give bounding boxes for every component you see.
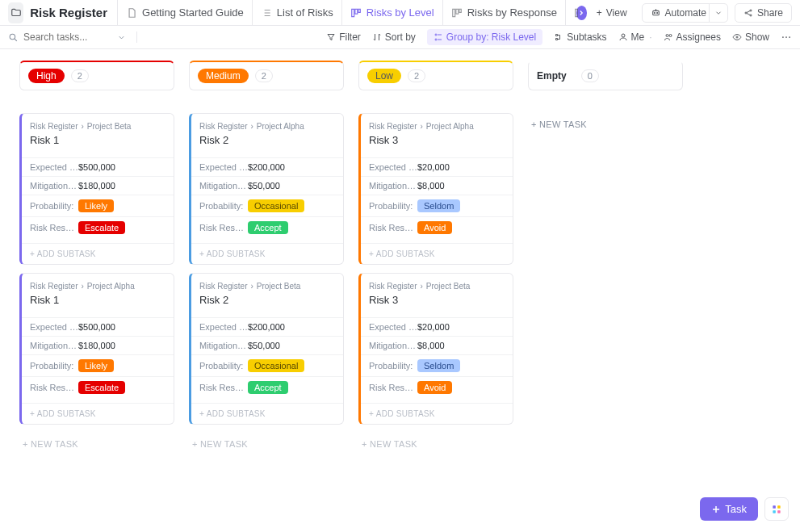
search-wrap[interactable] [8,31,137,43]
filter-button[interactable]: Filter [326,31,361,43]
folder-icon-button[interactable] [8,2,23,23]
task-card[interactable]: Risk Register›Project Alpha Risk 2 Expec… [189,113,344,265]
field-label-mitigation: Mitigation … [30,181,78,191]
add-view-button[interactable]: +View [588,4,635,22]
sort-button[interactable]: Sort by [372,31,416,43]
tab-risks-by-level[interactable]: Risks by Level [341,0,442,26]
breadcrumb: Risk Register›Project Alpha [30,282,165,291]
new-task-button[interactable]: + NEW TASK [19,433,174,455]
add-subtask-button[interactable]: + ADD SUBTASK [191,403,343,424]
new-task-fab[interactable]: Task [700,497,758,521]
add-subtask-button[interactable]: + ADD SUBTASK [361,403,513,424]
field-value-mitigation: $8,000 [417,341,445,350]
me-button[interactable]: Me· [618,31,652,43]
btn-label: Automate [665,7,706,19]
field-label-probability: Probability: [30,361,78,371]
subtasks-button[interactable]: Subtasks [554,31,606,43]
new-task-button[interactable]: + NEW TASK [358,433,513,455]
page-title: Risk Register [30,6,107,19]
task-card[interactable]: Risk Register›Project Beta Risk 1 Expect… [19,113,174,265]
column-high: High 2 Risk Register›Project Beta Risk 1… [19,61,174,455]
field-label-mitigation: Mitigation … [199,181,248,191]
svg-point-22 [782,36,784,38]
new-task-button[interactable]: + NEW TASK [528,113,683,136]
field-value-cost: $500,000 [78,162,115,172]
svg-point-10 [654,13,655,14]
response-tag: Accept [248,221,288,234]
probability-tag: Seldom [417,199,460,212]
field-label-mitigation: Mitigation … [30,341,78,350]
field-label-probability: Probability: [199,201,248,211]
field-label-probability: Probability: [30,201,78,211]
svg-point-14 [750,15,752,16]
field-value-mitigation: $8,000 [417,181,445,191]
tab-label: Risks by Response [467,6,557,19]
chevron-right-icon [577,9,585,17]
tab-list-of-risks[interactable]: List of Risks [252,0,341,26]
group-by-chip[interactable]: Group by: Risk Level [427,29,542,45]
svg-point-12 [745,12,747,14]
field-label-mitigation: Mitigation … [199,341,248,350]
add-subtask-button[interactable]: + ADD SUBTASK [191,243,343,264]
fab-container: Task [700,497,789,521]
field-label-response: Risk Respo… [369,383,417,392]
automate-button[interactable]: Automate [642,3,715,23]
show-button[interactable]: Show [732,31,769,43]
column-pill: Empty [537,69,575,83]
search-input[interactable] [23,31,112,43]
assignees-button[interactable]: Assignees [664,31,721,43]
more-button[interactable] [781,31,792,43]
field-label-cost: Expected C… [199,322,248,332]
plus-icon: + [597,7,602,19]
field-label-cost: Expected C… [199,162,248,172]
sort-icon [372,32,382,42]
response-tag: Avoid [417,221,452,234]
field-label-cost: Expected C… [369,322,417,332]
task-title: Risk 3 [369,294,505,306]
automate-dropdown[interactable] [709,3,728,23]
field-value-mitigation: $180,000 [78,341,115,350]
add-subtask-button[interactable]: + ADD SUBTASK [22,403,174,424]
task-title: Risk 1 [30,134,165,146]
label: Filter [339,31,361,43]
field-label-cost: Expected C… [369,162,417,172]
breadcrumb: Risk Register›Project Beta [369,282,505,291]
column-header-medium[interactable]: Medium 2 [189,61,344,90]
task-card[interactable]: Risk Register›Project Beta Risk 3 Expect… [358,273,513,425]
search-icon [8,32,19,43]
field-value-cost: $200,000 [248,322,285,332]
task-card[interactable]: Risk Register›Project Alpha Risk 3 Expec… [358,113,513,265]
board-icon [350,7,362,19]
task-title: Risk 3 [369,134,505,146]
task-card[interactable]: Risk Register›Project Alpha Risk 1 Expec… [19,273,174,425]
folder-icon [10,7,22,19]
probability-tag: Likely [78,359,114,372]
task-card[interactable]: Risk Register›Project Beta Risk 2 Expect… [189,273,344,425]
tab-risks-by-response[interactable]: Risks by Response [442,0,565,26]
tab-getting-started[interactable]: Getting Started Guide [117,0,252,26]
breadcrumb: Risk Register›Project Beta [199,282,335,291]
field-value-cost: $20,000 [417,322,450,332]
svg-rect-1 [355,9,358,14]
share-icon [743,8,753,18]
column-header-empty[interactable]: Empty 0 [528,61,683,90]
probability-tag: Occasional [248,199,304,212]
svg-rect-5 [459,9,461,12]
label: Subtasks [567,31,606,43]
new-task-button[interactable]: + NEW TASK [189,433,344,455]
view-toolbar: Filter Sort by Group by: Risk Level Subt… [0,26,800,49]
label: Group by: Risk Level [446,31,536,43]
apps-fab[interactable] [764,497,789,521]
column-header-low[interactable]: Low 2 [358,61,513,90]
chevron-down-icon [714,9,723,17]
svg-point-23 [785,36,787,38]
field-label-cost: Expected C… [30,162,78,172]
column-header-high[interactable]: High 2 [19,61,174,90]
tab-risks-by-status[interactable]: Risks by Status [565,0,578,26]
column-pill: Medium [198,69,249,83]
column-count: 0 [581,69,599,82]
share-button[interactable]: Share [735,3,792,23]
add-subtask-button[interactable]: + ADD SUBTASK [361,243,513,264]
add-subtask-button[interactable]: + ADD SUBTASK [22,243,174,264]
field-label-response: Risk Respo… [30,223,78,232]
